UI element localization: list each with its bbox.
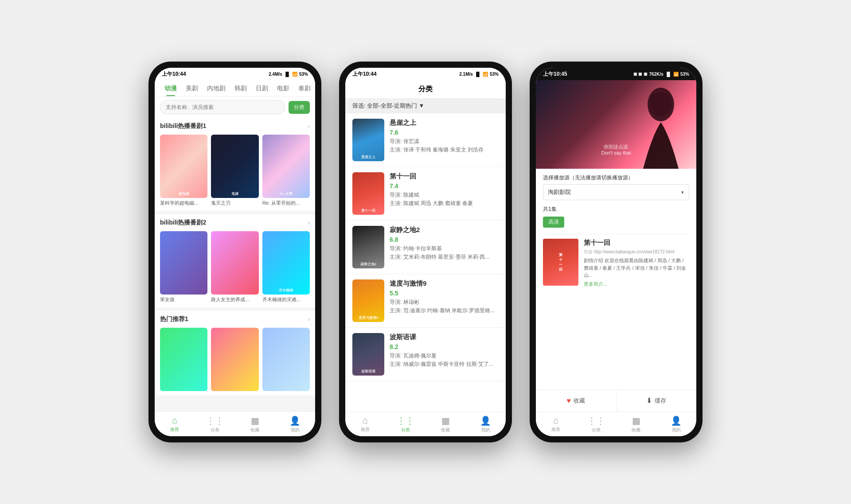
tab-anime[interactable]: 动漫 [160, 82, 181, 96]
card-3-2[interactable] [211, 328, 258, 391]
favorite-button[interactable]: ♥ 收藏 [536, 390, 617, 411]
tab-thai[interactable]: 泰剧 [294, 82, 315, 96]
movie-director-2: 导演: 陈建斌 [390, 191, 499, 199]
card-img-1-3: Re:从零 [262, 135, 310, 198]
player-content[interactable]: 选择播放源（无法播放请切换播放源） 淘剧影院 共1集 高清 第 十 一 回 [536, 169, 696, 389]
movie-item-1[interactable]: 悬崖之上 悬崖之上 7.6 导演: 张艺谋 主演: 张译 于和伟 秦海璐 朱亚文… [345, 113, 506, 167]
category-button[interactable]: 分类 [289, 101, 310, 114]
related-item[interactable]: 第 十 一 回 第十一回 引自 http://www.babaoguo.cn/v… [543, 234, 689, 292]
movie-title-5: 波斯语课 [390, 333, 499, 341]
section-header-1: bilibili热播番剧1 › [160, 122, 310, 130]
battery-2: 53% [490, 72, 499, 77]
card-img-3-3 [262, 328, 310, 391]
movie-list[interactable]: 悬崖之上 悬崖之上 7.6 导演: 张艺谋 主演: 张译 于和伟 秦海璐 朱亚文… [345, 113, 506, 411]
quality-button[interactable]: 高清 [543, 217, 564, 228]
movie-director-4: 导演: 林诣彬 [390, 299, 499, 306]
phone-2-screen: 上午10:44 2.1M/s ▐▌ 📶 53% 分类 筛选: 全部-全部-近期热… [345, 68, 506, 436]
card-label-1-3: Re: 从零开始的... [262, 200, 310, 206]
card-2-1[interactable]: 笨女孩 [160, 231, 207, 303]
section-more-2[interactable]: › [308, 220, 310, 226]
section-more-1[interactable]: › [308, 123, 310, 129]
movie-cast-4: 主演: 范·迪塞尔 约翰·塞纳 米歇尔·罗德里格... [390, 307, 499, 314]
movie-poster-3: 寂静之地2 [352, 226, 384, 268]
card-2-3[interactable]: 齐木楠雄 齐木楠雄的灾难... [262, 231, 310, 303]
phone-2: 上午10:44 2.1M/s ▐▌ 📶 53% 分类 筛选: 全部-全部-近期热… [339, 62, 512, 442]
folder-icon-3: ▦ [632, 415, 640, 426]
bottom-nav2-recommend[interactable]: ⌂ 推荐 [345, 412, 386, 436]
bottom-nav2-favorites[interactable]: ▦ 收藏 [426, 412, 466, 436]
network-speed-3: 762K/s [649, 72, 664, 77]
bottom-nav-recommend[interactable]: ⌂ 推荐 [155, 412, 195, 436]
related-url: 引自 http://www.babaoguo.cn/view/18172.htm… [584, 249, 689, 255]
nav-tabs-1: 动漫 美剧 内地剧 韩剧 日剧 电影 泰剧 [155, 80, 315, 97]
source-select-wrapper[interactable]: 淘剧影院 [543, 184, 689, 200]
source-select-box[interactable]: 淘剧影院 [543, 184, 689, 200]
status-bar-1: 上午10:44 2.4M/s ▐▌ 📶 53% [155, 68, 315, 80]
profile-icon-2: 👤 [480, 415, 491, 426]
bottom-nav2-label-profile: 我的 [481, 427, 490, 433]
cards-row-1: 超电磁 某科学的超电磁... 鬼滅 鬼灭之刃 Re:从零 [160, 135, 310, 206]
signal-icon-2: ▐▌ [475, 72, 481, 77]
section-title-3: 热门推荐1 [160, 315, 188, 323]
profile-icon-3: 👤 [671, 415, 682, 426]
card-label-2-1: 笨女孩 [160, 296, 207, 303]
folder-icon-2: ▦ [441, 415, 450, 426]
card-3-3[interactable] [262, 328, 310, 391]
bottom-nav3-favorites[interactable]: ▦ 收藏 [616, 412, 656, 436]
movie-item-5[interactable]: 波斯语课 波斯语课 8.2 导演: 瓦迪姆·偑尔曼 主演: 纳威尔·偑雷兹 毕斯… [345, 328, 506, 381]
bottom-nav-favorites[interactable]: ▦ 收藏 [235, 412, 275, 436]
section-2: bilibili热播番剧2 › 笨女孩 路人女主的养成... 齐木楠雄 [155, 214, 315, 307]
bottom-nav3-category[interactable]: ⋮⋮ 分类 [576, 412, 617, 436]
bottom-nav3-profile[interactable]: 👤 我的 [656, 412, 697, 436]
tab-movie[interactable]: 电影 [273, 82, 294, 96]
movie-score-2: 7.4 [390, 182, 499, 190]
bottom-nav-category[interactable]: ⋮⋮ 分类 [195, 412, 235, 436]
related-poster: 第 十 一 回 [543, 239, 578, 286]
status-icons-2: 2.1M/s ▐▌ 📶 53% [459, 72, 499, 77]
bottom-nav2-category[interactable]: ⋮⋮ 分类 [386, 412, 426, 436]
bottom-nav2-profile[interactable]: 👤 我的 [466, 412, 506, 436]
phone-3-screen: 上午10:45 ▣ ▣ ▣ 762K/s ▐▌ 📶 53% 你别这么说 [536, 68, 696, 436]
video-subtitle: 你别这么说 Don't say that [601, 143, 631, 155]
phone-1: 上午10:44 2.4M/s ▐▌ 📶 53% 动漫 美剧 内地剧 韩剧 日剧 … [148, 62, 321, 442]
category-icon: ⋮⋮ [206, 415, 224, 426]
movie-cast-2: 主演: 陈建斌 周迅 大鹏 窦靖童 春夏 [390, 200, 499, 207]
category-icon-3: ⋮⋮ [587, 415, 605, 426]
tab-kr-drama[interactable]: 韩剧 [230, 82, 251, 96]
wifi-icon-3: 📶 [673, 72, 679, 77]
filter-bar[interactable]: 筛选: 全部-全部-近期热门 ▼ [345, 98, 506, 113]
card-2-2[interactable]: 路人女主的养成... [211, 231, 258, 303]
battery-3: 53% [680, 72, 689, 77]
bottom-nav-label-recommend: 推荐 [170, 426, 179, 433]
movie-item-4[interactable]: 速度与激情9 速度与激情9 5.5 导演: 林诣彬 主演: 范·迪塞尔 约翰·塞… [345, 274, 506, 328]
movie-poster-5: 波斯语课 [352, 333, 384, 376]
movie-title-1: 悬崖之上 [390, 119, 499, 127]
tab-jp-drama[interactable]: 日剧 [251, 82, 273, 96]
related-more[interactable]: 更多简介... [584, 281, 689, 287]
card-1-2[interactable]: 鬼滅 鬼灭之刃 [211, 135, 258, 206]
movie-title-3: 寂静之地2 [390, 226, 499, 234]
scroll-content-1[interactable]: bilibili热播番剧1 › 超电磁 某科学的超电磁... 鬼滅 鬼 [155, 118, 315, 411]
card-1-3[interactable]: Re:从零 Re: 从零开始的... [262, 135, 310, 206]
card-1-1[interactable]: 超电磁 某科学的超电磁... [160, 135, 207, 206]
phone-1-screen: 上午10:44 2.4M/s ▐▌ 📶 53% 动漫 美剧 内地剧 韩剧 日剧 … [155, 68, 315, 436]
movie-item-3[interactable]: 寂静之地2 寂静之地2 6.8 导演: 约翰·卡拉辛斯基 主演: 艾米莉·布朗特… [345, 221, 506, 274]
download-button[interactable]: ⬇ 缓存 [617, 390, 697, 411]
tab-cn-drama[interactable]: 内地剧 [203, 82, 230, 96]
tab-us-drama[interactable]: 美剧 [181, 82, 203, 96]
section-more-3[interactable]: › [308, 316, 310, 322]
movie-director-1: 导演: 张艺谋 [390, 138, 499, 145]
card-3-1[interactable] [160, 328, 207, 391]
movie-score-3: 6.8 [390, 236, 499, 243]
movie-title-2: 第十一回 [390, 172, 499, 181]
cards-row-2: 笨女孩 路人女主的养成... 齐木楠雄 齐木楠雄的灾难... [160, 231, 310, 303]
download-icon: ⬇ [646, 396, 652, 405]
card-img-1-1: 超电磁 [160, 135, 207, 198]
video-player[interactable]: 你别这么说 Don't say that [536, 80, 696, 169]
bottom-nav-profile[interactable]: 👤 我的 [275, 412, 316, 436]
bottom-nav3-recommend[interactable]: ⌂ 推荐 [536, 412, 576, 436]
search-input-1[interactable] [160, 100, 285, 114]
wifi-icon-1: 📶 [292, 72, 297, 77]
card-img-1-2: 鬼滅 [211, 135, 258, 198]
movie-item-2[interactable]: 第十一回 第十一回 7.4 导演: 陈建斌 主演: 陈建斌 周迅 大鹏 窦靖童 … [345, 167, 506, 221]
